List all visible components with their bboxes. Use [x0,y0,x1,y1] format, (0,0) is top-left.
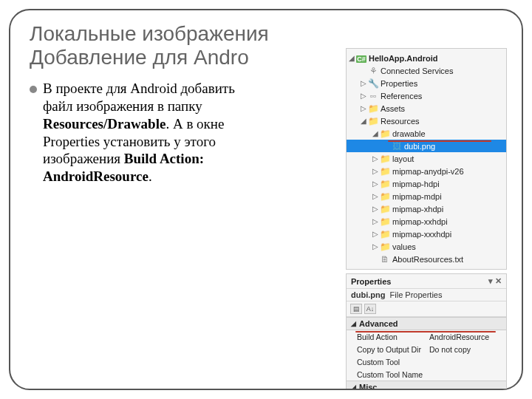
tree-label: Resources [379,117,420,126]
chevron-right-icon: ▷ [372,167,379,175]
tree-label: values [391,242,416,251]
screenshots-column: ◢ C# HelloApp.Android ⚘ Connected Servic… [279,80,502,185]
chevron-right-icon: ▷ [372,242,379,250]
cloud-icon: ⚘ [367,66,379,76]
tree-item[interactable]: ▷ 🔧 Properties [347,77,506,89]
tree-label: dubi.png [403,142,435,151]
title-line-2: Добавление для Andro [30,46,249,69]
bullet-dot-icon [30,86,37,93]
tree-label: layout [391,154,414,163]
csharp-project-icon: C# [355,53,367,64]
folder-icon: 📁 [379,129,391,139]
tree-item[interactable]: ▷ 📁 mipmap-hdpi [347,177,506,190]
chevron-right-icon: ▷ [360,104,367,112]
property-key: Copy to Output Dir [347,343,426,355]
tree-label: mipmap-xhdpi [391,205,443,214]
chevron-right-icon: ▷ [372,217,379,225]
folder-icon: 📁 [379,216,391,227]
slide-frame: Локальные изображения Добавление для And… [9,9,523,390]
tree-item-resources[interactable]: ◢ 📁 Resources [347,115,506,127]
categorize-button[interactable]: ▤ [350,304,362,314]
folder-icon: 📁 [379,204,391,214]
category-label: Advanced [359,319,398,328]
close-icon[interactable]: ▾ ✕ [488,276,502,286]
property-row[interactable]: Copy to Output Dir Do not copy [347,343,506,355]
body-text-column: В проекте для Android добавить файл изоб… [30,80,266,185]
file-type-label: File Properties [390,290,443,299]
references-icon: ▫▫ [367,91,379,101]
property-value [426,355,506,368]
sort-button[interactable]: A↓ [364,304,376,314]
category-label: Misc [359,383,377,390]
body-bullet: В проекте для Android добавить файл изоб… [30,80,266,185]
solution-explorer-panel: ◢ C# HelloApp.Android ⚘ Connected Servic… [346,48,507,270]
folder-icon: 📁 [379,191,391,202]
tree-label: mipmap-xxhdpi [391,217,448,226]
tree-label: References [379,92,422,100]
chevron-right-icon: ▷ [372,192,379,200]
properties-subtitle: dubi.png File Properties [347,289,506,301]
property-value: Do not copy [426,343,506,355]
property-key: Custom Tool [347,355,426,368]
chevron-down-icon: ◢ [360,117,367,125]
tree-item[interactable]: ⚘ Connected Services [347,64,506,77]
tree-item[interactable]: ▷ 📁 mipmap-xxhdpi [347,215,506,228]
tree-item-project[interactable]: ◢ C# HelloApp.Android [347,52,506,64]
property-key: Custom Tool Name [347,368,426,381]
tree-label: Assets [379,104,405,113]
chevron-down-icon: ◢ [348,54,355,62]
folder-icon: 📁 [367,103,379,114]
tree-item[interactable]: ▷ 📁 mipmap-xxxhdpi [347,228,506,240]
solution-tree: ◢ C# HelloApp.Android ⚘ Connected Servic… [347,49,506,268]
tree-item[interactable]: ▷ 📁 mipmap-anydpi-v26 [347,165,506,177]
tree-label: mipmap-xxxhdpi [391,230,451,239]
text-file-icon: 🗎 [379,254,391,265]
chevron-down-icon: ◢ [351,383,356,390]
chevron-right-icon: ▷ [372,180,379,188]
category-misc[interactable]: ◢ Misc [347,381,506,390]
folder-icon: 📁 [379,154,391,164]
folder-icon: 📁 [379,229,391,239]
chevron-right-icon: ▷ [360,92,367,100]
chevron-right-icon: ▷ [360,79,367,87]
chevron-right-icon: ▷ [372,154,379,163]
tree-label: Connected Services [379,66,453,75]
properties-header: Properties ▾ ✕ [347,274,506,289]
tree-label: mipmap-mdpi [391,192,442,201]
body-paragraph: В проекте для Android добавить файл изоб… [43,80,266,185]
property-value [426,368,506,381]
property-row[interactable]: Custom Tool Name [347,368,506,381]
tree-label: Properties [379,79,417,88]
folder-icon: 📁 [379,179,391,189]
tree-label: AboutResources.txt [391,255,463,264]
properties-toolbar: ▤ A↓ [347,301,506,317]
chevron-down-icon: ◢ [351,320,356,327]
tree-item[interactable]: ▷ 📁 Assets [347,102,506,115]
content-columns: В проекте для Android добавить файл изоб… [30,80,502,185]
properties-title: Properties [351,277,391,286]
selected-file-name: dubi.png [351,290,385,299]
folder-icon: 📁 [379,166,391,177]
properties-panel: Properties ▾ ✕ dubi.png File Properties … [346,273,507,390]
tree-label: mipmap-hdpi [391,180,440,188]
category-advanced[interactable]: ◢ Advanced [347,317,506,330]
tree-item[interactable]: 🗎 AboutResources.txt [347,253,506,265]
chevron-down-icon: ◢ [372,129,379,137]
tree-item[interactable]: ▷ 📁 mipmap-mdpi [347,190,506,202]
tree-item[interactable]: ▷ 📁 values [347,240,506,253]
folder-icon: 📁 [379,242,391,252]
tree-label: mipmap-anydpi-v26 [391,167,464,176]
tree-label: HelloApp.Android [367,54,438,63]
tree-item[interactable]: ▷ 📁 mipmap-xhdpi [347,202,506,215]
tree-item[interactable]: ▷ 📁 layout [347,152,506,165]
property-row[interactable]: Custom Tool [347,355,506,368]
tree-item-drawable[interactable]: ◢ 📁 drawable [347,127,506,140]
title-line-1: Локальные изображения [30,22,269,45]
tree-label: drawable [391,129,426,138]
chevron-right-icon: ▷ [372,205,379,213]
wrench-icon: 🔧 [367,78,379,89]
folder-icon: 📁 [367,116,379,126]
tree-item[interactable]: ▷ ▫▫ References [347,89,506,102]
image-file-icon: 🖼 [391,141,403,151]
chevron-right-icon: ▷ [372,230,379,238]
